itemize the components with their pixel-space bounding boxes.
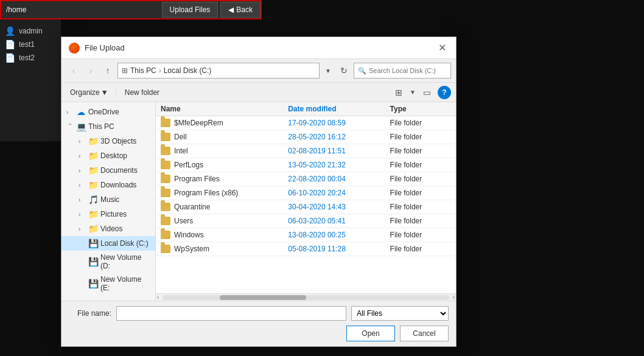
horizontal-scrollbar[interactable]: ‹ ›	[156, 293, 456, 301]
sidebar-item-downloads[interactable]: › 📁 Downloads	[61, 178, 155, 192]
new-volume-e-label: New Volume (E:	[100, 275, 150, 292]
nav-forward-icon: ›	[89, 66, 93, 75]
search-input[interactable]	[369, 67, 447, 74]
left-panel-test1-label: test1	[19, 40, 35, 49]
help-button[interactable]: ?	[438, 86, 451, 99]
scroll-left-btn[interactable]: ‹	[156, 294, 160, 301]
sidebar-nav: › ☁ OneDrive › 💻 This PC › 📁 3D Objects …	[61, 102, 156, 301]
file-row[interactable]: Program Files 22-08-2020 00:04 File fold…	[156, 172, 456, 186]
videos-label: Videos	[100, 225, 122, 233]
file-row[interactable]: PerfLogs 13-05-2020 21:32 File folder	[156, 158, 456, 172]
file-row[interactable]: Users 06-03-2020 05:41 File folder	[156, 214, 456, 228]
file-row[interactable]: Dell 28-05-2020 16:12 File folder	[156, 130, 456, 144]
folder-icon-quarantine	[161, 203, 170, 211]
pictures-label: Pictures	[100, 210, 127, 218]
downloads-icon: 📁	[88, 180, 98, 190]
file-row[interactable]: $MfeDeepRem 17-09-2020 08:59 File folder	[156, 116, 456, 130]
back-label: Back	[236, 5, 253, 14]
this-pc-icon: 💻	[76, 122, 86, 131]
organize-label: Organize	[70, 88, 100, 97]
search-icon: 🔍	[358, 67, 366, 75]
cancel-button[interactable]: Cancel	[400, 326, 449, 341]
file-list-scroll-area[interactable]: Name Date modified Type $MfeDeepRem 17-0…	[156, 102, 456, 293]
sidebar-item-pictures[interactable]: › 📁 Pictures	[61, 207, 155, 222]
expand-arrow-videos: ›	[79, 226, 86, 232]
file-row[interactable]: Program Files (x86) 06-10-2020 20:24 Fil…	[156, 186, 456, 200]
nav-back-icon: ‹	[72, 66, 75, 75]
expand-arrow-documents: ›	[79, 167, 86, 174]
scrollbar-thumb	[220, 295, 306, 300]
dialog-buttons-row: Open Cancel	[69, 326, 449, 341]
desktop-icon: 📁	[88, 151, 98, 161]
expand-arrow-pictures: ›	[79, 211, 86, 218]
sidebar-item-videos[interactable]: › 📁 Videos	[61, 222, 155, 236]
filetype-select[interactable]: All Files	[351, 306, 449, 321]
refresh-icon: ↻	[340, 66, 348, 75]
organize-arrow-icon: ▼	[101, 88, 108, 97]
folder-icon-dell	[161, 133, 170, 141]
dialog-close-button[interactable]: ✕	[435, 41, 449, 55]
sidebar-item-desktop[interactable]: › 📁 Desktop	[61, 148, 155, 163]
expand-arrow-desktop: ›	[79, 153, 86, 159]
dialog-title: File Upload	[85, 43, 125, 52]
onedrive-label: OneDrive	[88, 108, 119, 116]
toolbar-left: Organize ▼ | New folder	[66, 85, 163, 100]
sidebar-item-new-volume-d[interactable]: 💾 New Volume (D:	[61, 251, 155, 273]
header-type: Type	[390, 105, 451, 113]
user-icon: 👤	[5, 26, 15, 36]
downloads-label: Downloads	[100, 181, 136, 189]
new-folder-button[interactable]: New folder	[121, 85, 163, 100]
search-bar: 🔍	[354, 63, 451, 79]
file-row[interactable]: Intel 02-08-2019 11:51 File folder	[156, 144, 456, 158]
dialog-bottom: File name: All Files Open Cancel	[61, 301, 456, 346]
file-row[interactable]: WpSystem 05-08-2019 11:28 File folder	[156, 242, 456, 256]
terminal-line-2: lcal.com	[5, 22, 639, 34]
back-button[interactable]: ◀ Back	[220, 2, 261, 18]
nav-forward-button[interactable]: ›	[83, 63, 98, 78]
scroll-right-btn[interactable]: ›	[452, 294, 456, 301]
3d-objects-icon: 📁	[88, 136, 98, 146]
filename-label: File name:	[69, 309, 111, 318]
sidebar-item-music[interactable]: › 🎵 Music	[61, 192, 155, 207]
file-row[interactable]: Windows 13-08-2020 00:25 File folder	[156, 228, 456, 242]
view-details-icon: ⊞	[395, 88, 402, 97]
onedrive-icon: ☁	[76, 107, 86, 117]
dialog-toolbar: Organize ▼ | New folder ⊞ ▼ ▭ ?	[61, 83, 456, 102]
dialog-body: › ☁ OneDrive › 💻 This PC › 📁 3D Objects …	[61, 102, 456, 301]
nav-back-button[interactable]: ‹	[66, 63, 81, 78]
expand-arrow-this-pc: ›	[67, 123, 74, 130]
folder-icon-program-files-x86	[161, 189, 170, 197]
address-local-disk: Local Disk (C:)	[164, 66, 212, 75]
address-bar: ⊞ This PC › Local Disk (C:)	[117, 63, 320, 79]
file-row[interactable]: Quarantine 30-04-2020 14:43 File folder	[156, 200, 456, 214]
sidebar-item-this-pc[interactable]: › 💻 This PC	[61, 119, 155, 134]
nav-refresh-button[interactable]: ↻	[337, 63, 351, 78]
filename-input[interactable]	[116, 306, 346, 321]
address-this-pc: This PC	[130, 66, 156, 75]
sidebar-item-local-disk-c[interactable]: 💾 Local Disk (C:)	[61, 236, 155, 251]
open-button[interactable]: Open	[346, 326, 395, 341]
top-bar: /home Upload Files ◀ Back	[0, 0, 262, 19]
view-details-button[interactable]: ⊞	[390, 85, 407, 100]
left-panel-item-test2[interactable]: 📄 test2	[2, 51, 58, 65]
left-panel-vadmin-label: vadmin	[19, 27, 43, 35]
left-panel-item-vadmin[interactable]: 👤 vadmin	[2, 24, 58, 38]
upload-files-button[interactable]: Upload Files	[162, 2, 219, 18]
nav-up-button[interactable]: ↑	[100, 63, 115, 78]
sidebar-item-new-volume-e[interactable]: 💾 New Volume (E:	[61, 273, 155, 295]
file-area: Name Date modified Type $MfeDeepRem 17-0…	[156, 102, 456, 301]
view-pane-button[interactable]: ▭	[418, 85, 435, 100]
view-dropdown-arrow: ▼	[410, 89, 416, 96]
left-panel-item-test1[interactable]: 📄 test1	[2, 38, 58, 51]
header-name: Name	[161, 105, 288, 113]
address-dropdown-button[interactable]: ▼	[322, 63, 334, 78]
organize-button[interactable]: Organize ▼	[66, 85, 112, 100]
sidebar-item-documents[interactable]: › 📁 Documents	[61, 163, 155, 178]
folder-icon-windows	[161, 231, 170, 239]
sidebar-item-onedrive[interactable]: › ☁ OneDrive	[61, 105, 155, 119]
sidebar-item-3d-objects[interactable]: › 📁 3D Objects	[61, 134, 155, 148]
scrollbar-track	[163, 295, 449, 300]
folder-icon-program-files	[161, 175, 170, 183]
folder-icon-smfedeeprem	[161, 119, 170, 127]
new-volume-e-icon: 💾	[88, 279, 98, 288]
